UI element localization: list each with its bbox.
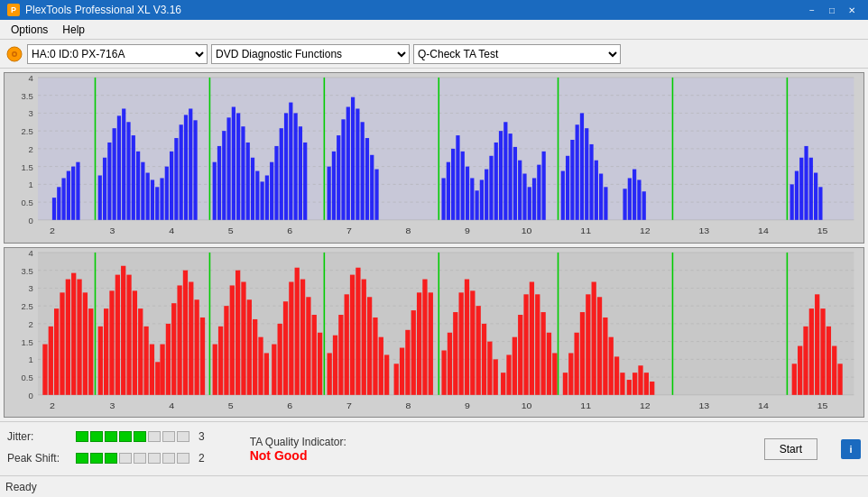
svg-rect-78 [351,97,355,220]
svg-point-2 [14,52,16,55]
svg-rect-270 [638,365,642,395]
svg-rect-246 [501,373,505,395]
svg-text:2.5: 2.5 [22,127,33,136]
peakshift-seg-1 [76,453,88,464]
svg-text:4: 4 [28,249,32,258]
title-bar: P PlexTools Professional XL V3.16 − □ ✕ [0,0,868,20]
svg-rect-50 [193,120,197,220]
svg-rect-218 [338,315,343,395]
peakshift-seg-4 [119,453,132,464]
svg-rect-238 [459,292,464,394]
jitter-value: 3 [199,430,205,443]
svg-rect-105 [537,165,540,220]
svg-rect-255 [552,353,557,394]
svg-text:10: 10 [522,400,532,410]
svg-rect-231 [411,310,416,395]
svg-text:15: 15 [817,225,828,235]
svg-rect-79 [356,108,359,219]
svg-rect-117 [604,187,607,220]
drive-select[interactable]: HA:0 ID:0 PX-716A [27,44,208,64]
svg-text:4: 4 [169,400,174,410]
svg-text:3.5: 3.5 [22,266,33,275]
svg-text:5: 5 [228,225,234,235]
svg-rect-172 [77,279,81,394]
app-icon: P [7,4,20,16]
svg-text:3.5: 3.5 [22,92,33,101]
svg-rect-126 [795,171,799,220]
svg-rect-175 [88,308,93,395]
svg-rect-211 [295,267,300,394]
function-select[interactable]: DVD Diagnostic Functions [211,44,410,64]
svg-text:14: 14 [758,225,769,235]
svg-rect-52 [213,162,217,220]
svg-rect-200 [235,270,240,394]
svg-rect-219 [345,294,349,395]
menu-help[interactable]: Help [55,22,92,38]
peakshift-row: Peak Shift: 2 [7,452,205,465]
svg-text:2: 2 [28,145,32,154]
svg-rect-194 [194,299,199,395]
svg-rect-190 [171,303,176,395]
peakshift-seg-2 [90,453,103,464]
menu-bar: Options Help [0,20,868,40]
minimize-button[interactable]: − [803,3,821,17]
menu-options[interactable]: Options [4,22,55,38]
svg-rect-193 [189,281,193,394]
svg-text:1.5: 1.5 [22,337,33,346]
svg-rect-30 [98,175,102,219]
svg-text:2: 2 [50,225,55,235]
svg-rect-103 [528,187,531,220]
svg-rect-240 [470,290,475,394]
svg-rect-106 [542,152,546,220]
svg-rect-274 [792,364,797,395]
svg-rect-199 [230,285,235,394]
svg-rect-247 [506,354,511,394]
svg-rect-272 [650,382,654,395]
peakshift-seg-7 [162,453,175,464]
svg-rect-169 [60,292,64,394]
svg-rect-76 [341,119,345,220]
svg-rect-66 [280,128,283,220]
svg-rect-62 [260,181,263,219]
close-button[interactable]: ✕ [843,3,861,17]
svg-rect-68 [289,103,292,220]
ta-quality-section: TA Quality Indicator: Not Good [250,436,346,463]
status-bar: Ready [0,475,868,497]
svg-rect-24 [57,187,60,220]
svg-rect-125 [790,184,794,219]
maximize-button[interactable]: □ [823,3,841,17]
start-button[interactable]: Start [764,438,817,460]
jitter-seg-2 [90,431,103,442]
svg-rect-118 [623,189,626,220]
svg-rect-257 [568,353,573,394]
svg-text:15: 15 [817,400,828,410]
test-select[interactable]: Q-Check TA Test [413,44,621,64]
svg-text:3: 3 [110,400,115,410]
svg-text:5: 5 [228,400,234,410]
svg-rect-269 [633,373,637,395]
svg-rect-265 [614,356,619,394]
svg-rect-264 [609,336,614,394]
svg-rect-113 [585,128,588,220]
svg-rect-185 [150,344,154,394]
svg-rect-114 [589,144,593,220]
toolbar: HA:0 ID:0 PX-716A DVD Diagnostic Functio… [0,40,868,69]
svg-rect-87 [451,149,455,220]
svg-rect-77 [346,107,350,220]
svg-rect-234 [429,292,433,394]
info-panel: Jitter: 3 Peak Shift: [0,421,868,475]
svg-rect-60 [251,158,254,220]
svg-rect-54 [222,131,226,220]
svg-rect-213 [306,297,310,395]
svg-rect-74 [332,152,336,220]
svg-rect-33 [113,128,116,220]
svg-rect-205 [264,353,269,394]
svg-text:3: 3 [110,225,115,235]
svg-rect-38 [136,152,140,220]
svg-text:8: 8 [405,400,411,410]
svg-rect-67 [284,113,288,219]
info-button[interactable]: i [841,439,861,459]
svg-text:9: 9 [465,400,470,410]
jitter-seg-1 [76,431,88,442]
svg-text:7: 7 [346,400,352,410]
